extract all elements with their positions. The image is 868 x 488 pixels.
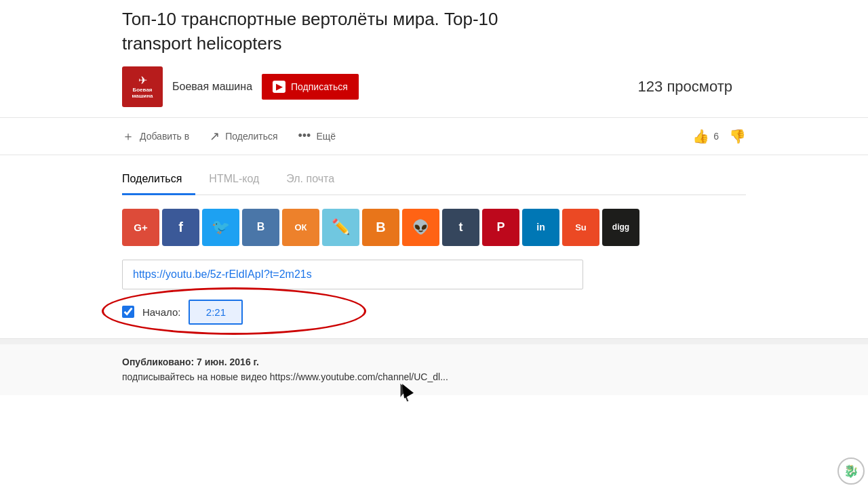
youtube-logo: ▶ bbox=[273, 81, 285, 93]
published-date: Опубликовано: 7 июн. 2016 г. bbox=[122, 354, 746, 369]
watermark: 🐉 bbox=[837, 458, 865, 485]
social-digg[interactable]: digg bbox=[602, 209, 639, 246]
like-count: 6 bbox=[713, 131, 719, 142]
social-blogger[interactable]: B bbox=[362, 209, 399, 246]
thumbs-down-icon: 👎 bbox=[729, 129, 746, 144]
channel-name: Боевая машина bbox=[172, 81, 252, 93]
action-bar: ＋ Добавить в ↗ Поделиться ••• Ещё 👍 6 👎 bbox=[0, 118, 868, 155]
social-stumbleupon[interactable]: Su bbox=[562, 209, 599, 246]
tab-share[interactable]: Поделиться bbox=[122, 166, 195, 195]
timestamp-checkbox[interactable] bbox=[122, 306, 134, 318]
share-icon: ↗ bbox=[210, 129, 220, 144]
page-container: Топ-10 транспортные вертолёты мира. Top-… bbox=[0, 0, 868, 488]
tab-email[interactable]: Эл. почта bbox=[286, 166, 348, 195]
more-icon: ••• bbox=[298, 129, 311, 143]
thumbs-up-icon: 👍 bbox=[692, 128, 709, 144]
description-section: Опубликовано: 7 июн. 2016 г. подписывайт… bbox=[0, 339, 868, 395]
social-reddit[interactable]: 👽 bbox=[402, 209, 439, 246]
social-pencil[interactable]: ✏️ bbox=[322, 209, 359, 246]
title-section: Топ-10 транспортные вертолёты мира. Top-… bbox=[0, 0, 868, 118]
social-twitter[interactable]: 🐦 bbox=[202, 209, 239, 246]
plus-icon: ＋ bbox=[122, 128, 134, 144]
channel-row: ✈ Боеваямашина Боевая машина ▶ Подписать… bbox=[122, 66, 746, 107]
avatar-plane-icon: ✈ bbox=[138, 74, 147, 87]
share-tabs: Поделиться HTML-код Эл. почта bbox=[122, 165, 746, 195]
add-to-button[interactable]: ＋ Добавить в bbox=[122, 125, 189, 148]
more-button[interactable]: ••• Ещё bbox=[298, 125, 336, 146]
description-body: подписывайтесь на новые видео https://ww… bbox=[122, 369, 746, 384]
social-tumblr[interactable]: t bbox=[442, 209, 479, 246]
like-dislike-section: 👍 6 👎 bbox=[692, 128, 746, 144]
social-icons-row: G+ f 🐦 В ОК ✏️ B 👽 t P in Su digg bbox=[122, 209, 746, 246]
timestamp-row: Начало: bbox=[122, 300, 746, 325]
tab-html[interactable]: HTML-код bbox=[209, 166, 273, 195]
timestamp-label: Начало: bbox=[142, 306, 180, 318]
avatar-text: Боеваямашина bbox=[132, 87, 153, 100]
dislike-button[interactable]: 👎 bbox=[729, 128, 746, 144]
share-section: Поделиться HTML-код Эл. почта G+ f 🐦 В О… bbox=[0, 155, 868, 339]
social-odnoklassniki[interactable]: ОК bbox=[282, 209, 319, 246]
video-title: Топ-10 транспортные вертолёты мира. Top-… bbox=[122, 7, 746, 56]
social-vk[interactable]: В bbox=[242, 209, 279, 246]
channel-left: ✈ Боеваямашина Боевая машина ▶ Подписать… bbox=[122, 66, 359, 107]
share-button[interactable]: ↗ Поделиться bbox=[210, 125, 277, 147]
share-url-input[interactable] bbox=[122, 260, 583, 289]
social-facebook[interactable]: f bbox=[162, 209, 199, 246]
social-pinterest[interactable]: P bbox=[482, 209, 519, 246]
timestamp-input[interactable] bbox=[189, 300, 243, 325]
subscribe-button[interactable]: ▶ Подписаться bbox=[262, 74, 359, 100]
views-count: 123 просмотр bbox=[638, 78, 732, 96]
social-google-plus[interactable]: G+ bbox=[122, 209, 159, 246]
url-row bbox=[122, 260, 746, 289]
social-linkedin[interactable]: in bbox=[522, 209, 559, 246]
channel-avatar: ✈ Боеваямашина bbox=[122, 66, 163, 107]
like-button[interactable]: 👍 6 bbox=[692, 128, 719, 144]
